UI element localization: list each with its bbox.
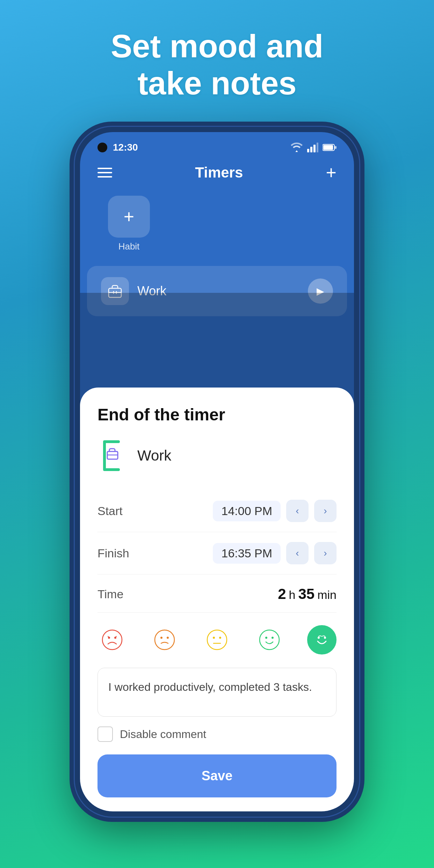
plus-icon: +: [124, 206, 134, 227]
duration-hours: 2: [278, 586, 286, 602]
duration-label: Time: [97, 587, 123, 601]
svg-point-18: [167, 637, 169, 639]
modal-work-label: Work: [137, 447, 171, 464]
finish-prev-button[interactable]: ‹: [286, 542, 309, 564]
svg-point-23: [260, 630, 279, 650]
phone-screen: 12:30: [80, 132, 354, 811]
finish-next-button[interactable]: ›: [314, 542, 337, 564]
add-timer-button[interactable]: +: [326, 164, 337, 182]
app-header: Timers +: [80, 157, 354, 192]
start-next-button[interactable]: ›: [314, 500, 337, 522]
habit-add-card[interactable]: + Habit: [108, 196, 150, 252]
finish-label: Finish: [97, 547, 129, 560]
finish-row: Finish 16:35 PM ‹ ›: [97, 532, 337, 574]
hamburger-icon[interactable]: [97, 168, 112, 178]
svg-point-19: [207, 630, 227, 650]
status-time: 12:30: [113, 142, 138, 153]
wifi-icon: [290, 143, 303, 152]
duration-minutes-unit: min: [317, 588, 337, 602]
status-icons: [290, 143, 337, 152]
svg-rect-6: [335, 146, 337, 149]
phone-frame: 12:30: [74, 126, 360, 818]
signal-icon: [307, 143, 318, 152]
svg-rect-2: [313, 145, 316, 152]
status-left: 12:30: [97, 142, 138, 153]
bracket-icon: [97, 438, 129, 473]
save-button[interactable]: Save: [97, 754, 337, 797]
svg-point-16: [155, 630, 174, 650]
start-value: 14:00 PM: [213, 501, 281, 521]
start-label: Start: [97, 504, 123, 518]
habit-section: + Habit: [80, 192, 354, 266]
modal-work-row: Work: [97, 438, 337, 473]
mood-neutral[interactable]: [202, 625, 232, 654]
app-title: Timers: [195, 164, 243, 181]
mood-very-happy[interactable]: [307, 625, 337, 654]
svg-point-27: [324, 637, 326, 639]
battery-icon: [323, 144, 337, 151]
mood-very-sad[interactable]: [97, 625, 127, 654]
duration-hours-unit: h: [289, 588, 296, 602]
mood-happy[interactable]: [255, 625, 284, 654]
svg-rect-3: [317, 143, 318, 152]
notes-text: I worked productively, completed 3 tasks…: [108, 681, 312, 693]
svg-point-17: [160, 637, 162, 639]
svg-rect-1: [310, 147, 312, 152]
disable-comment-checkbox[interactable]: [97, 726, 113, 742]
modal-title: End of the timer: [97, 405, 337, 424]
finish-value: 16:35 PM: [213, 543, 281, 564]
habit-label: Habit: [118, 241, 140, 252]
duration-row: Time 2 h 35 min: [97, 574, 337, 613]
svg-point-21: [219, 637, 221, 639]
svg-point-20: [213, 637, 215, 639]
start-prev-button[interactable]: ‹: [286, 500, 309, 522]
camera-dot: [97, 143, 107, 152]
hero-title: Set mood and take notes: [0, 28, 434, 102]
mood-row: [97, 613, 337, 664]
status-bar: 12:30: [80, 132, 354, 157]
notes-area[interactable]: I worked productively, completed 3 tasks…: [97, 668, 337, 717]
svg-point-13: [102, 630, 122, 650]
svg-rect-5: [323, 145, 333, 150]
svg-point-26: [318, 637, 320, 639]
habit-add-box[interactable]: +: [108, 196, 150, 238]
start-controls: 14:00 PM ‹ ›: [213, 500, 337, 522]
disable-comment-row: Disable comment: [97, 726, 337, 742]
disable-comment-label: Disable comment: [120, 728, 206, 741]
modal-sheet: End of the timer Work Start: [80, 388, 354, 811]
mood-sad[interactable]: [150, 625, 179, 654]
svg-point-25: [272, 637, 274, 639]
duration-minutes: 35: [298, 586, 314, 602]
start-row: Start 14:00 PM ‹ ›: [97, 490, 337, 532]
finish-controls: 16:35 PM ‹ ›: [213, 542, 337, 564]
svg-point-24: [265, 637, 267, 639]
svg-rect-0: [307, 149, 309, 152]
